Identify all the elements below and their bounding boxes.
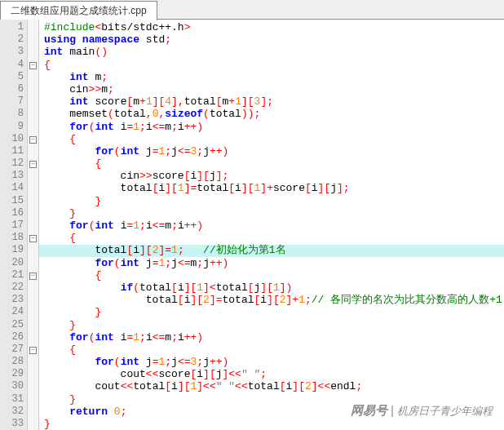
line-number: 27	[0, 344, 24, 356]
fold-toggle-icon[interactable]: −	[29, 136, 37, 144]
line-number: 19	[0, 244, 24, 256]
code-area[interactable]: #include<bits/stdc++.h>using namespace s…	[39, 20, 504, 430]
code-line[interactable]: if(total[i][1]<total[j][1])	[44, 281, 504, 294]
watermark-brand: 网易号	[351, 403, 387, 417]
line-number: 12	[0, 157, 24, 170]
code-line[interactable]: {	[44, 133, 504, 145]
line-number: 11	[0, 145, 24, 157]
watermark-sep: |	[391, 403, 394, 417]
code-line[interactable]: for(int j=1;j<=3;j++)	[44, 145, 504, 157]
code-line[interactable]: for(int i=1;i<=m;i++)	[44, 331, 504, 344]
line-number: 16	[0, 207, 24, 219]
line-number: 21	[0, 269, 24, 281]
fold-toggle-icon[interactable]: −	[29, 273, 37, 280]
line-number: 13	[0, 170, 24, 182]
line-number: 22	[0, 281, 24, 294]
code-line[interactable]: total[i][1]=total[i][1]+score[i][j];	[44, 182, 504, 194]
line-number: 30	[0, 380, 24, 392]
line-number: 18	[0, 232, 24, 244]
code-line[interactable]: #include<bits/stdc++.h>	[44, 21, 504, 33]
line-number: 25	[0, 319, 24, 331]
code-line[interactable]: cin>>score[i][j];	[44, 170, 504, 182]
line-number: 9	[0, 121, 24, 133]
code-line[interactable]: }	[44, 306, 504, 318]
code-line[interactable]: cout<<total[i][1]<<" "<<total[i][2]<<end…	[44, 380, 504, 392]
code-line[interactable]: total[i][2]=total[i][2]+1;// 各同学的名次为比其分数…	[44, 294, 504, 306]
line-number: 8	[0, 108, 24, 120]
line-number: 14	[0, 182, 24, 194]
code-line[interactable]: {	[44, 269, 504, 281]
fold-toggle-icon[interactable]: −	[29, 62, 37, 69]
code-line[interactable]: cout<<score[i][j]<<" ";	[44, 368, 504, 380]
code-line[interactable]: }	[44, 195, 504, 207]
code-line[interactable]: int main()	[44, 46, 504, 58]
code-line[interactable]: for(int i=1;i<=m;i++)	[44, 121, 504, 133]
code-line[interactable]: for(int i=1;i<=m;i++)	[44, 219, 504, 232]
fold-toggle-icon[interactable]: −	[29, 235, 37, 242]
code-line[interactable]: {	[44, 59, 504, 71]
line-number: 5	[0, 71, 24, 83]
watermark-source: 机房日子青少年编程	[397, 405, 493, 417]
line-number: 6	[0, 83, 24, 95]
line-number: 20	[0, 257, 24, 269]
line-number-gutter: 1234567891011121314151617181920212223242…	[0, 20, 28, 430]
watermark: 网易号|机房日子青少年编程	[351, 403, 493, 419]
code-line[interactable]: cin>>m;	[44, 83, 504, 95]
fold-toggle-icon[interactable]: −	[29, 347, 37, 354]
code-line[interactable]: for(int j=1;j<=m;j++)	[44, 257, 504, 269]
line-number: 26	[0, 331, 24, 344]
line-number: 31	[0, 393, 24, 406]
code-line[interactable]: memset(total,0,sizeof(total));	[44, 108, 504, 120]
code-line[interactable]: }	[44, 207, 504, 219]
line-number: 32	[0, 406, 24, 418]
code-line[interactable]: }	[44, 418, 504, 430]
editor: 1234567891011121314151617181920212223242…	[0, 20, 504, 430]
code-line[interactable]: }	[44, 319, 504, 331]
line-number: 3	[0, 46, 24, 58]
line-number: 33	[0, 418, 24, 430]
code-line[interactable]: int m;	[44, 71, 504, 83]
code-line[interactable]: for(int j=1;j<=3;j++)	[44, 356, 504, 368]
file-tab[interactable]: 二维数组应用题之成绩统计.cpp	[0, 1, 157, 20]
fold-column: −−−−−−	[28, 20, 39, 430]
line-number: 17	[0, 219, 24, 232]
code-line[interactable]: {	[44, 344, 504, 356]
fold-toggle-icon[interactable]: −	[29, 161, 37, 168]
line-number: 2	[0, 33, 24, 46]
code-line[interactable]: {	[44, 157, 504, 170]
tab-bar: 二维数组应用题之成绩统计.cpp	[0, 0, 504, 20]
line-number: 29	[0, 368, 24, 380]
line-number: 23	[0, 294, 24, 306]
code-line[interactable]: using namespace std;	[44, 33, 504, 46]
line-number: 10	[0, 133, 24, 145]
code-line[interactable]: {	[44, 232, 504, 244]
line-number: 28	[0, 356, 24, 368]
code-line[interactable]: int score[m+1][4],total[m+1][3];	[44, 95, 504, 108]
line-number: 15	[0, 195, 24, 207]
line-number: 1	[0, 21, 24, 33]
code-line[interactable]: total[i][2]=1; //初始化为第1名	[44, 244, 504, 256]
line-number: 4	[0, 59, 24, 71]
line-number: 24	[0, 306, 24, 318]
line-number: 7	[0, 95, 24, 108]
